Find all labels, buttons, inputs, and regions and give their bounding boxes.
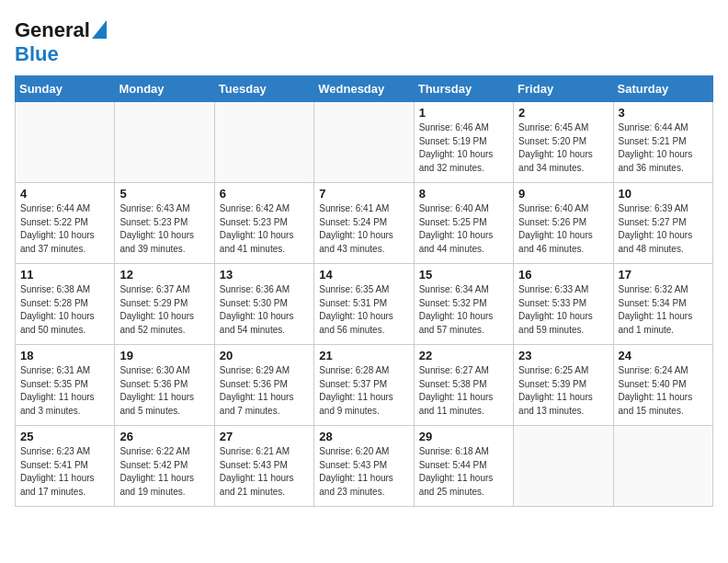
day-number: 14 bbox=[319, 268, 408, 282]
logo: General Blue bbox=[15, 18, 107, 66]
calendar-week-row: 18Sunrise: 6:31 AM Sunset: 5:35 PM Dayli… bbox=[16, 345, 713, 426]
calendar-week-row: 1Sunrise: 6:46 AM Sunset: 5:19 PM Daylig… bbox=[16, 102, 713, 183]
day-info: Sunrise: 6:24 AM Sunset: 5:40 PM Dayligh… bbox=[619, 364, 708, 418]
day-info: Sunrise: 6:18 AM Sunset: 5:44 PM Dayligh… bbox=[419, 445, 508, 499]
weekday-header: Saturday bbox=[613, 76, 712, 102]
calendar-cell: 19Sunrise: 6:30 AM Sunset: 5:36 PM Dayli… bbox=[115, 345, 214, 426]
day-number: 7 bbox=[319, 187, 408, 201]
day-number: 27 bbox=[220, 430, 309, 443]
day-info: Sunrise: 6:29 AM Sunset: 5:36 PM Dayligh… bbox=[220, 364, 309, 418]
calendar-cell bbox=[514, 426, 613, 507]
calendar-week-row: 11Sunrise: 6:38 AM Sunset: 5:28 PM Dayli… bbox=[16, 264, 713, 345]
calendar-cell: 26Sunrise: 6:22 AM Sunset: 5:42 PM Dayli… bbox=[115, 426, 214, 507]
calendar-cell: 27Sunrise: 6:21 AM Sunset: 5:43 PM Dayli… bbox=[214, 426, 313, 507]
weekday-header: Friday bbox=[514, 76, 613, 102]
day-number: 13 bbox=[220, 268, 309, 282]
calendar-cell: 21Sunrise: 6:28 AM Sunset: 5:37 PM Dayli… bbox=[314, 345, 414, 426]
calendar-cell: 18Sunrise: 6:31 AM Sunset: 5:35 PM Dayli… bbox=[16, 345, 115, 426]
day-info: Sunrise: 6:45 AM Sunset: 5:20 PM Dayligh… bbox=[518, 121, 608, 175]
day-info: Sunrise: 6:44 AM Sunset: 5:21 PM Dayligh… bbox=[619, 121, 708, 175]
calendar-cell: 4Sunrise: 6:44 AM Sunset: 5:22 PM Daylig… bbox=[16, 183, 115, 264]
day-number: 28 bbox=[319, 430, 408, 443]
day-info: Sunrise: 6:38 AM Sunset: 5:28 PM Dayligh… bbox=[20, 283, 109, 337]
day-number: 4 bbox=[20, 187, 109, 201]
calendar-cell: 2Sunrise: 6:45 AM Sunset: 5:20 PM Daylig… bbox=[514, 102, 613, 183]
day-number: 8 bbox=[419, 187, 508, 201]
day-info: Sunrise: 6:30 AM Sunset: 5:36 PM Dayligh… bbox=[119, 364, 209, 418]
svg-marker-0 bbox=[92, 20, 107, 39]
weekday-header: Monday bbox=[115, 76, 214, 102]
weekday-header: Tuesday bbox=[214, 76, 313, 102]
day-info: Sunrise: 6:42 AM Sunset: 5:23 PM Dayligh… bbox=[220, 202, 309, 256]
calendar-cell: 7Sunrise: 6:41 AM Sunset: 5:24 PM Daylig… bbox=[314, 183, 414, 264]
day-number: 20 bbox=[220, 349, 309, 362]
day-number: 23 bbox=[518, 349, 608, 362]
day-number: 12 bbox=[119, 268, 209, 282]
day-number: 5 bbox=[119, 187, 209, 201]
day-number: 17 bbox=[619, 268, 708, 282]
day-number: 10 bbox=[619, 187, 708, 201]
day-number: 6 bbox=[220, 187, 309, 201]
logo-general-text: General bbox=[15, 18, 90, 42]
calendar-cell: 20Sunrise: 6:29 AM Sunset: 5:36 PM Dayli… bbox=[214, 345, 313, 426]
day-number: 3 bbox=[619, 106, 708, 120]
day-info: Sunrise: 6:46 AM Sunset: 5:19 PM Dayligh… bbox=[419, 121, 508, 175]
day-info: Sunrise: 6:23 AM Sunset: 5:41 PM Dayligh… bbox=[20, 445, 109, 499]
day-info: Sunrise: 6:32 AM Sunset: 5:34 PM Dayligh… bbox=[619, 283, 708, 337]
weekday-header: Thursday bbox=[414, 76, 513, 102]
calendar-cell: 1Sunrise: 6:46 AM Sunset: 5:19 PM Daylig… bbox=[414, 102, 513, 183]
day-info: Sunrise: 6:21 AM Sunset: 5:43 PM Dayligh… bbox=[220, 445, 309, 499]
calendar-week-row: 4Sunrise: 6:44 AM Sunset: 5:22 PM Daylig… bbox=[16, 183, 713, 264]
day-info: Sunrise: 6:41 AM Sunset: 5:24 PM Dayligh… bbox=[319, 202, 408, 256]
calendar-cell: 23Sunrise: 6:25 AM Sunset: 5:39 PM Dayli… bbox=[514, 345, 613, 426]
day-number: 29 bbox=[419, 430, 508, 443]
day-info: Sunrise: 6:31 AM Sunset: 5:35 PM Dayligh… bbox=[20, 364, 109, 418]
day-number: 21 bbox=[319, 349, 408, 362]
day-info: Sunrise: 6:35 AM Sunset: 5:31 PM Dayligh… bbox=[319, 283, 408, 337]
day-info: Sunrise: 6:33 AM Sunset: 5:33 PM Dayligh… bbox=[518, 283, 608, 337]
day-number: 15 bbox=[419, 268, 508, 282]
day-info: Sunrise: 6:40 AM Sunset: 5:26 PM Dayligh… bbox=[518, 202, 608, 256]
day-number: 22 bbox=[419, 349, 508, 362]
calendar-cell: 12Sunrise: 6:37 AM Sunset: 5:29 PM Dayli… bbox=[115, 264, 214, 345]
day-info: Sunrise: 6:43 AM Sunset: 5:23 PM Dayligh… bbox=[119, 202, 209, 256]
calendar-cell: 11Sunrise: 6:38 AM Sunset: 5:28 PM Dayli… bbox=[16, 264, 115, 345]
calendar-cell: 24Sunrise: 6:24 AM Sunset: 5:40 PM Dayli… bbox=[613, 345, 712, 426]
calendar-cell: 15Sunrise: 6:34 AM Sunset: 5:32 PM Dayli… bbox=[414, 264, 513, 345]
day-number: 25 bbox=[20, 430, 109, 443]
day-info: Sunrise: 6:36 AM Sunset: 5:30 PM Dayligh… bbox=[220, 283, 309, 337]
calendar-cell: 10Sunrise: 6:39 AM Sunset: 5:27 PM Dayli… bbox=[613, 183, 712, 264]
calendar-cell bbox=[115, 102, 214, 183]
day-info: Sunrise: 6:34 AM Sunset: 5:32 PM Dayligh… bbox=[419, 283, 508, 337]
calendar-cell: 16Sunrise: 6:33 AM Sunset: 5:33 PM Dayli… bbox=[514, 264, 613, 345]
page-header: General Blue bbox=[15, 15, 713, 66]
day-number: 11 bbox=[20, 268, 109, 282]
logo-triangle-icon bbox=[92, 20, 107, 42]
day-number: 18 bbox=[20, 349, 109, 362]
calendar-cell: 9Sunrise: 6:40 AM Sunset: 5:26 PM Daylig… bbox=[514, 183, 613, 264]
day-number: 19 bbox=[119, 349, 209, 362]
calendar-cell: 28Sunrise: 6:20 AM Sunset: 5:43 PM Dayli… bbox=[314, 426, 414, 507]
day-number: 16 bbox=[518, 268, 608, 282]
logo-blue-text: Blue bbox=[15, 42, 59, 65]
calendar-cell bbox=[613, 426, 712, 507]
day-number: 24 bbox=[619, 349, 708, 362]
weekday-header: Sunday bbox=[16, 76, 115, 102]
day-info: Sunrise: 6:25 AM Sunset: 5:39 PM Dayligh… bbox=[518, 364, 608, 418]
calendar-header-row: SundayMondayTuesdayWednesdayThursdayFrid… bbox=[16, 76, 713, 102]
day-number: 26 bbox=[119, 430, 209, 443]
day-number: 9 bbox=[518, 187, 608, 201]
day-number: 1 bbox=[419, 106, 508, 120]
calendar-cell: 6Sunrise: 6:42 AM Sunset: 5:23 PM Daylig… bbox=[214, 183, 313, 264]
calendar-week-row: 25Sunrise: 6:23 AM Sunset: 5:41 PM Dayli… bbox=[16, 426, 713, 507]
calendar-cell: 14Sunrise: 6:35 AM Sunset: 5:31 PM Dayli… bbox=[314, 264, 414, 345]
calendar-cell bbox=[314, 102, 414, 183]
calendar-cell: 25Sunrise: 6:23 AM Sunset: 5:41 PM Dayli… bbox=[16, 426, 115, 507]
calendar-table: SundayMondayTuesdayWednesdayThursdayFrid… bbox=[15, 75, 713, 507]
day-info: Sunrise: 6:44 AM Sunset: 5:22 PM Dayligh… bbox=[20, 202, 109, 256]
calendar-cell: 8Sunrise: 6:40 AM Sunset: 5:25 PM Daylig… bbox=[414, 183, 513, 264]
calendar-cell: 22Sunrise: 6:27 AM Sunset: 5:38 PM Dayli… bbox=[414, 345, 513, 426]
day-number: 2 bbox=[518, 106, 608, 120]
calendar-cell: 13Sunrise: 6:36 AM Sunset: 5:30 PM Dayli… bbox=[214, 264, 313, 345]
calendar-cell bbox=[16, 102, 115, 183]
